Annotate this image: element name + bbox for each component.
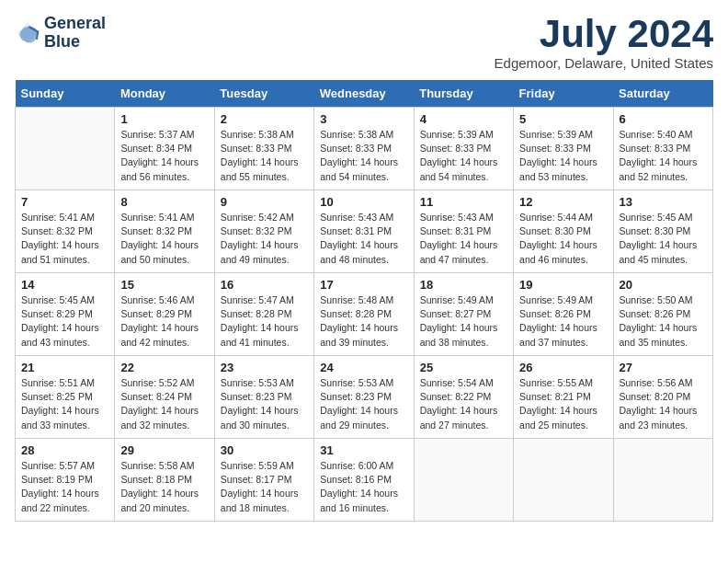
calendar-cell: 12Sunrise: 5:44 AM Sunset: 8:30 PM Dayli… <box>514 190 613 273</box>
calendar-week-row: 7Sunrise: 5:41 AM Sunset: 8:32 PM Daylig… <box>16 190 713 273</box>
calendar-cell: 30Sunrise: 5:59 AM Sunset: 8:17 PM Dayli… <box>214 439 313 522</box>
day-info: Sunrise: 5:39 AM Sunset: 8:33 PM Dayligh… <box>519 128 607 184</box>
weekday-header-monday: Monday <box>115 80 214 108</box>
day-number: 30 <box>221 443 308 457</box>
day-info: Sunrise: 5:47 AM Sunset: 8:28 PM Dayligh… <box>221 293 308 350</box>
day-number: 28 <box>21 443 108 457</box>
day-info: Sunrise: 5:53 AM Sunset: 8:23 PM Dayligh… <box>320 376 407 432</box>
day-info: Sunrise: 5:44 AM Sunset: 8:30 PM Dayligh… <box>519 211 607 267</box>
day-info: Sunrise: 5:45 AM Sunset: 8:30 PM Dayligh… <box>620 211 707 267</box>
day-number: 13 <box>620 195 707 209</box>
day-number: 24 <box>320 361 407 374</box>
day-info: Sunrise: 5:38 AM Sunset: 8:33 PM Dayligh… <box>320 128 407 184</box>
calendar-table: SundayMondayTuesdayWednesdayThursdayFrid… <box>15 80 713 522</box>
day-info: Sunrise: 5:57 AM Sunset: 8:19 PM Dayligh… <box>21 459 108 515</box>
day-number: 23 <box>221 361 308 374</box>
day-number: 29 <box>120 443 208 457</box>
day-number: 12 <box>519 195 607 209</box>
day-number: 4 <box>420 112 507 126</box>
calendar-cell: 25Sunrise: 5:54 AM Sunset: 8:22 PM Dayli… <box>414 356 513 439</box>
weekday-header-thursday: Thursday <box>414 80 513 108</box>
calendar-cell: 23Sunrise: 5:53 AM Sunset: 8:23 PM Dayli… <box>214 356 313 439</box>
calendar-cell: 27Sunrise: 5:56 AM Sunset: 8:20 PM Dayli… <box>613 356 712 439</box>
logo-line2: Blue <box>44 33 106 52</box>
weekday-header-row: SundayMondayTuesdayWednesdayThursdayFrid… <box>16 80 713 108</box>
day-number: 20 <box>620 278 707 292</box>
day-number: 8 <box>120 195 208 209</box>
calendar-cell: 10Sunrise: 5:43 AM Sunset: 8:31 PM Dayli… <box>314 190 414 273</box>
day-info: Sunrise: 5:43 AM Sunset: 8:31 PM Dayligh… <box>320 211 407 267</box>
day-info: Sunrise: 5:51 AM Sunset: 8:25 PM Dayligh… <box>21 376 108 432</box>
calendar-cell: 2Sunrise: 5:38 AM Sunset: 8:33 PM Daylig… <box>214 108 313 190</box>
calendar-cell: 4Sunrise: 5:39 AM Sunset: 8:33 PM Daylig… <box>414 108 513 190</box>
logo-text: General Blue <box>44 15 106 52</box>
calendar-cell: 18Sunrise: 5:49 AM Sunset: 8:27 PM Dayli… <box>414 273 513 356</box>
day-number: 2 <box>221 112 308 126</box>
day-number: 9 <box>221 195 308 209</box>
calendar-cell: 19Sunrise: 5:49 AM Sunset: 8:26 PM Dayli… <box>514 273 613 356</box>
day-info: Sunrise: 6:00 AM Sunset: 8:16 PM Dayligh… <box>320 459 407 515</box>
day-info: Sunrise: 5:52 AM Sunset: 8:24 PM Dayligh… <box>120 376 208 432</box>
calendar-cell: 9Sunrise: 5:42 AM Sunset: 8:32 PM Daylig… <box>214 190 313 273</box>
day-info: Sunrise: 5:50 AM Sunset: 8:26 PM Dayligh… <box>620 293 707 350</box>
day-number: 6 <box>620 112 707 126</box>
logo-line1: General <box>44 15 106 33</box>
day-info: Sunrise: 5:41 AM Sunset: 8:32 PM Dayligh… <box>21 211 108 267</box>
day-info: Sunrise: 5:42 AM Sunset: 8:32 PM Dayligh… <box>221 211 308 267</box>
calendar-cell <box>414 439 513 522</box>
weekday-header-friday: Friday <box>514 80 613 108</box>
logo-icon <box>15 20 40 46</box>
calendar-cell: 13Sunrise: 5:45 AM Sunset: 8:30 PM Dayli… <box>613 190 712 273</box>
day-info: Sunrise: 5:48 AM Sunset: 8:28 PM Dayligh… <box>320 293 407 350</box>
weekday-header-saturday: Saturday <box>613 80 712 108</box>
calendar-cell: 16Sunrise: 5:47 AM Sunset: 8:28 PM Dayli… <box>214 273 313 356</box>
day-info: Sunrise: 5:49 AM Sunset: 8:27 PM Dayligh… <box>420 293 507 350</box>
calendar-week-row: 28Sunrise: 5:57 AM Sunset: 8:19 PM Dayli… <box>16 439 713 522</box>
calendar-cell <box>613 439 712 522</box>
calendar-cell: 26Sunrise: 5:55 AM Sunset: 8:21 PM Dayli… <box>514 356 613 439</box>
day-info: Sunrise: 5:53 AM Sunset: 8:23 PM Dayligh… <box>221 376 308 432</box>
calendar-cell: 11Sunrise: 5:43 AM Sunset: 8:31 PM Dayli… <box>414 190 513 273</box>
day-number: 1 <box>120 112 208 126</box>
day-info: Sunrise: 5:59 AM Sunset: 8:17 PM Dayligh… <box>221 459 308 515</box>
day-info: Sunrise: 5:56 AM Sunset: 8:20 PM Dayligh… <box>620 376 707 432</box>
day-number: 25 <box>420 361 507 374</box>
calendar-cell: 3Sunrise: 5:38 AM Sunset: 8:33 PM Daylig… <box>314 108 414 190</box>
day-number: 15 <box>120 278 208 292</box>
day-info: Sunrise: 5:38 AM Sunset: 8:33 PM Dayligh… <box>221 128 308 184</box>
weekday-header-sunday: Sunday <box>16 80 115 108</box>
day-number: 11 <box>420 195 507 209</box>
calendar-cell: 20Sunrise: 5:50 AM Sunset: 8:26 PM Dayli… <box>613 273 712 356</box>
day-number: 18 <box>420 278 507 292</box>
calendar-cell: 6Sunrise: 5:40 AM Sunset: 8:33 PM Daylig… <box>613 108 712 190</box>
calendar-week-row: 1Sunrise: 5:37 AM Sunset: 8:34 PM Daylig… <box>16 108 713 190</box>
subtitle: Edgemoor, Delaware, United States <box>495 55 713 71</box>
calendar-cell: 7Sunrise: 5:41 AM Sunset: 8:32 PM Daylig… <box>16 190 115 273</box>
day-info: Sunrise: 5:55 AM Sunset: 8:21 PM Dayligh… <box>519 376 607 432</box>
day-number: 19 <box>519 278 607 292</box>
day-info: Sunrise: 5:41 AM Sunset: 8:32 PM Dayligh… <box>120 211 208 267</box>
day-number: 31 <box>320 443 407 457</box>
day-number: 10 <box>320 195 407 209</box>
day-number: 3 <box>320 112 407 126</box>
calendar-cell: 24Sunrise: 5:53 AM Sunset: 8:23 PM Dayli… <box>314 356 414 439</box>
day-info: Sunrise: 5:54 AM Sunset: 8:22 PM Dayligh… <box>420 376 507 432</box>
day-number: 17 <box>320 278 407 292</box>
day-number: 14 <box>21 278 108 292</box>
title-area: July 2024 Edgemoor, Delaware, United Sta… <box>495 15 713 71</box>
day-info: Sunrise: 5:37 AM Sunset: 8:34 PM Dayligh… <box>120 128 208 184</box>
day-number: 22 <box>120 361 208 374</box>
day-info: Sunrise: 5:43 AM Sunset: 8:31 PM Dayligh… <box>420 211 507 267</box>
day-info: Sunrise: 5:39 AM Sunset: 8:33 PM Dayligh… <box>420 128 507 184</box>
calendar-cell: 8Sunrise: 5:41 AM Sunset: 8:32 PM Daylig… <box>115 190 214 273</box>
day-number: 7 <box>21 195 108 209</box>
calendar-cell: 1Sunrise: 5:37 AM Sunset: 8:34 PM Daylig… <box>115 108 214 190</box>
calendar-cell: 22Sunrise: 5:52 AM Sunset: 8:24 PM Dayli… <box>115 356 214 439</box>
calendar-cell: 28Sunrise: 5:57 AM Sunset: 8:19 PM Dayli… <box>16 439 115 522</box>
calendar-cell: 29Sunrise: 5:58 AM Sunset: 8:18 PM Dayli… <box>115 439 214 522</box>
calendar-cell: 14Sunrise: 5:45 AM Sunset: 8:29 PM Dayli… <box>16 273 115 356</box>
logo: General Blue <box>15 15 106 52</box>
calendar-cell <box>514 439 613 522</box>
calendar-cell: 5Sunrise: 5:39 AM Sunset: 8:33 PM Daylig… <box>514 108 613 190</box>
calendar-cell: 31Sunrise: 6:00 AM Sunset: 8:16 PM Dayli… <box>314 439 414 522</box>
